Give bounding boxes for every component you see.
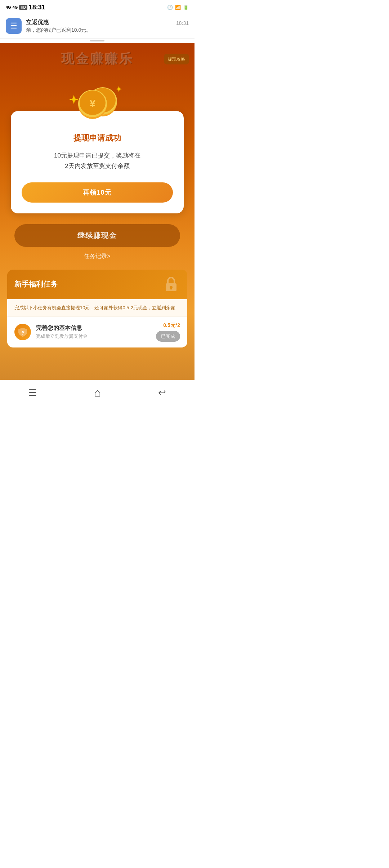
svg-text:¥: ¥ xyxy=(90,97,96,109)
status-right: 🕐 📶 🔋 xyxy=(167,5,189,10)
svg-marker-0 xyxy=(69,95,79,104)
task-reward: 0.5元*2 已完成 xyxy=(156,322,180,342)
task-header: 新手福利任务 xyxy=(7,270,187,299)
status-bar: 4G 4G HD 18:31 🕐 📶 🔋 xyxy=(0,0,194,14)
continue-earn-button[interactable]: 继续赚现金 xyxy=(14,224,180,247)
coins-image: ¥ ¥ xyxy=(67,75,128,122)
battery-icon: 🔋 xyxy=(183,5,189,10)
app-title: 现金赚赚乐 xyxy=(7,50,187,68)
task-item: 完善您的基本信息 完成后立刻发放翼支付金 0.5元*2 已完成 xyxy=(7,316,187,347)
app-header: 现金赚赚乐 提现攻略 xyxy=(0,46,194,71)
hd-badge: HD xyxy=(19,5,27,10)
home-icon[interactable]: ⌂ xyxy=(94,386,101,399)
reward-amount: 0.5元*2 xyxy=(156,322,180,329)
bottom-navigation: ☰ ⌂ ↩ xyxy=(0,380,194,405)
status-left: 4G 4G HD 18:31 xyxy=(6,4,45,11)
success-modal: 提现申请成功 10元提现申请已提交，奖励将在 2天内发放至翼支付余额 再领10元 xyxy=(11,111,184,213)
wifi-icon: 📶 xyxy=(175,5,181,10)
withdraw-guide-button[interactable]: 提现攻略 xyxy=(164,54,189,64)
notification-body: 亲，您的账户已返利10.0元。 xyxy=(26,27,91,34)
notification-app-icon: ☰ xyxy=(6,18,22,34)
task-sub: 完成后立刻发放翼支付金 xyxy=(36,333,151,340)
coin-area: ¥ ¥ xyxy=(0,75,194,122)
shield-bolt-icon xyxy=(17,327,28,337)
task-item-icon xyxy=(14,324,31,340)
notification-content: ☰ 立返优惠 亲，您的账户已返利10.0元。 xyxy=(6,18,91,34)
notification-text: 立返优惠 亲，您的账户已返利10.0元。 xyxy=(26,19,91,34)
modal-description: 10元提现申请已提交，奖励将在 2天内发放至翼支付余额 xyxy=(22,151,173,172)
signal2-icon: 4G xyxy=(13,5,18,9)
task-item-content: 完善您的基本信息 完成后立刻发放翼支付金 xyxy=(36,324,151,340)
notification-bar: ☰ 立返优惠 亲，您的账户已返利10.0元。 18:31 xyxy=(0,14,194,39)
task-record-link[interactable]: 任务记录> xyxy=(0,247,194,266)
modal-title: 提现申请成功 xyxy=(22,133,173,143)
task-name: 完善您的基本信息 xyxy=(36,324,151,332)
drag-handle xyxy=(90,40,104,41)
task-description: 完成以下小任务有机会直接提现10元，还可额外获得0.5-2元现金，立返到余额 xyxy=(7,299,187,316)
lock-icon xyxy=(162,275,180,293)
svg-rect-12 xyxy=(170,287,172,289)
notification-time: 18:31 xyxy=(176,20,189,26)
task-done-button[interactable]: 已完成 xyxy=(156,331,180,342)
back-icon[interactable]: ↩ xyxy=(158,387,166,398)
time-display: 18:31 xyxy=(29,4,45,11)
alarm-icon: 🕐 xyxy=(167,5,173,10)
claim-again-button[interactable]: 再领10元 xyxy=(22,182,173,203)
notification-title: 立返优惠 xyxy=(26,19,91,26)
task-section-title: 新手福利任务 xyxy=(14,279,58,289)
task-section: 新手福利任务 完成以下小任务有机会直接提现10元，还可额外获得0.5-2元现金，… xyxy=(7,270,187,348)
svg-marker-1 xyxy=(116,86,122,92)
menu-icon[interactable]: ☰ xyxy=(28,387,37,398)
app-background: 现金赚赚乐 提现攻略 ¥ ¥ 提现申请成功 10元提现申请已提交，奖励将在 2天… xyxy=(0,43,194,380)
continue-section: 继续赚现金 xyxy=(0,213,194,247)
signal1-icon: 4G xyxy=(6,5,11,9)
